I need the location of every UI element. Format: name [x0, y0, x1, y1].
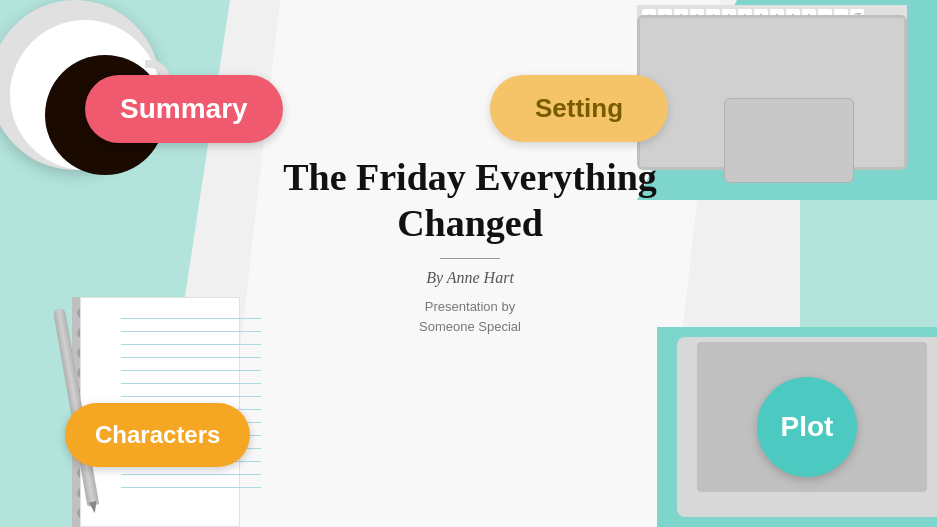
notebook-line: [121, 396, 261, 397]
summary-label: Summary: [120, 93, 248, 124]
laptop-top: ~ 1 2 3 4 5 6 7 8 9 0 - = ⌫: [627, 0, 917, 170]
notebook-line: [121, 370, 261, 371]
summary-badge[interactable]: Summary: [85, 75, 283, 143]
notebook-line: [121, 474, 261, 475]
notebook-line: [121, 344, 261, 345]
setting-label: Setting: [535, 93, 623, 123]
notebook-line: [121, 318, 261, 319]
divider: [440, 258, 500, 259]
plot-label: Plot: [781, 411, 834, 443]
presentation-line2: Someone Special: [260, 317, 680, 337]
title-area: The Friday Everything Changed By Anne Ha…: [260, 155, 680, 336]
characters-label: Characters: [95, 421, 220, 448]
notebook-line: [121, 487, 261, 488]
presentation-line1: Presentation by: [260, 297, 680, 317]
laptop-screen: [637, 15, 907, 170]
notebook-line: [121, 383, 261, 384]
notebook-line: [121, 331, 261, 332]
plot-badge[interactable]: Plot: [757, 377, 857, 477]
main-title: The Friday Everything Changed: [260, 155, 680, 246]
laptop-trackpad: [724, 98, 854, 183]
setting-badge[interactable]: Setting: [490, 75, 668, 142]
characters-badge[interactable]: Characters: [65, 403, 250, 467]
notebook-line: [121, 357, 261, 358]
author-text: By Anne Hart: [260, 269, 680, 287]
